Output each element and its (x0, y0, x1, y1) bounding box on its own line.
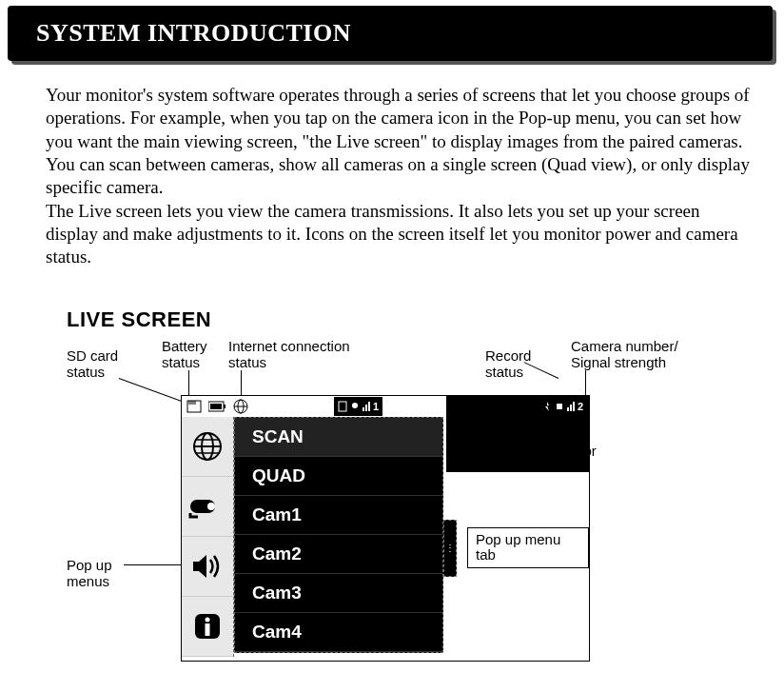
svg-rect-6 (224, 405, 225, 408)
device-screen: 1 2 4 (181, 395, 590, 662)
signal-bars-icon (363, 402, 370, 411)
signal-bars-icon (567, 402, 575, 411)
menu-item-cam1[interactable]: Cam1 (235, 496, 442, 535)
leader-line (124, 564, 181, 565)
camera-menu-icon[interactable] (182, 477, 233, 537)
signal-badge-1: 1 (334, 397, 382, 416)
live-screen-diagram: SD card status Battery status Internet c… (67, 338, 733, 671)
battery-icon (208, 399, 227, 414)
rec-icon (555, 401, 564, 412)
globe-icon (231, 399, 250, 414)
quad-cell-2: 2 (446, 396, 589, 472)
globe-menu-icon[interactable] (182, 417, 233, 477)
svg-rect-25 (206, 623, 210, 636)
svg-rect-7 (210, 404, 222, 409)
sd-card-icon (186, 399, 205, 414)
section-header: SYSTEM INTRODUCTION (8, 6, 773, 61)
svg-point-12 (352, 403, 358, 408)
leader-line (188, 370, 189, 397)
callout-popup-menus: Pop up menus (67, 557, 133, 590)
callout-internet: Internet connection status (228, 338, 371, 371)
paragraph-2: The Live screen lets you view the camera… (46, 200, 754, 269)
menu-item-quad[interactable]: QUAD (235, 457, 442, 496)
svg-point-22 (207, 503, 215, 510)
menu-item-cam4[interactable]: Cam4 (235, 613, 442, 652)
popup-menu-tab[interactable]: ⋮ (443, 520, 457, 577)
speaker-menu-icon[interactable] (182, 537, 233, 597)
callout-popup-tab: Pop up menu tab (467, 527, 589, 568)
popup-menu-sidebar (182, 417, 234, 657)
callout-sd-card: SD card status (67, 347, 133, 381)
leader-line (241, 370, 242, 397)
body-text: Your monitor's system software operates … (0, 61, 784, 279)
info-menu-icon[interactable] (182, 597, 233, 657)
popup-menu-panel: SCAN QUAD Cam1 Cam2 Cam3 Cam4 (234, 417, 443, 653)
page-icon (338, 401, 347, 412)
menu-item-cam3[interactable]: Cam3 (235, 574, 442, 613)
signal-number: 2 (578, 401, 583, 412)
callout-record: Record status (485, 347, 542, 381)
menu-item-cam2[interactable]: Cam2 (235, 535, 442, 574)
signal-badge-2: 2 (539, 397, 587, 416)
svg-rect-13 (557, 404, 562, 409)
svg-point-24 (206, 617, 210, 622)
svg-rect-11 (339, 402, 346, 411)
callout-camera-number: Camera number/ Signal strength (571, 338, 704, 371)
live-screen-heading: LIVE SCREEN (67, 307, 784, 332)
motion-icon (542, 401, 552, 412)
menu-item-scan[interactable]: SCAN (235, 418, 442, 457)
signal-number: 1 (373, 401, 379, 412)
paragraph-1: Your monitor's system software operates … (46, 84, 754, 200)
leader-line (119, 378, 182, 402)
rec-icon (350, 401, 360, 412)
section-title: SYSTEM INTRODUCTION (36, 19, 744, 48)
callout-battery: Battery status (162, 338, 219, 371)
